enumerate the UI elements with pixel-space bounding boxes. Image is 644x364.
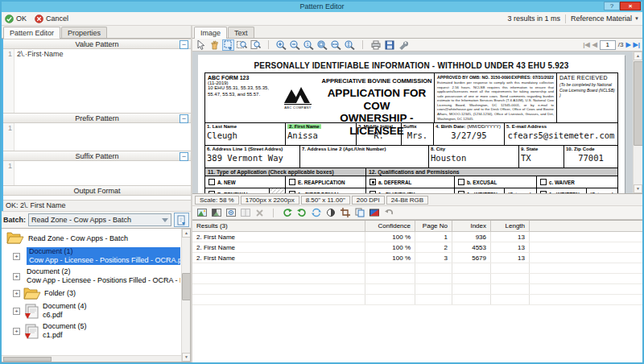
invert-button[interactable]	[324, 207, 336, 218]
scroll-up-icon[interactable]: ▲	[634, 52, 642, 60]
image-stamp-button[interactable]	[225, 207, 237, 218]
expand-icon[interactable]: +	[13, 253, 20, 260]
section11-title: 11. Type of Application (Check applicabl…	[205, 168, 366, 176]
col-results[interactable]: Results (3)	[192, 221, 365, 231]
scrollbar-thumb[interactable]	[634, 61, 642, 146]
tree-item-folder-3[interactable]: + Folder (3)	[13, 287, 180, 300]
tree-item-document-4[interactable]: + Document (4) c6.pdf	[13, 302, 180, 320]
col-confidence[interactable]: Confidence	[365, 221, 415, 231]
zoom-fit-button[interactable]	[316, 39, 328, 51]
image-original-button[interactable]	[196, 207, 208, 218]
col-index[interactable]: Index	[452, 221, 491, 231]
tree-item-document-5[interactable]: + Document (5) c1.pdf	[13, 322, 180, 340]
save-button[interactable]	[383, 39, 395, 51]
field-zip: 10. Zip Code 77001	[564, 146, 617, 168]
color-depth-button[interactable]	[368, 207, 380, 218]
scroll-down-icon[interactable]: ▼	[634, 184, 642, 193]
image-icon	[197, 208, 207, 217]
col-length[interactable]: Length	[491, 221, 530, 231]
dpi-indicator: 200 DPI	[352, 196, 385, 205]
scroll-down-icon[interactable]: ▼	[182, 353, 191, 362]
output-format-header: Output Format	[3, 185, 191, 196]
pan-tool-button[interactable]	[208, 39, 221, 51]
col-page[interactable]: Page No	[415, 221, 452, 231]
duplicate-button[interactable]	[353, 207, 365, 218]
zoom-width-icon	[331, 40, 341, 50]
print-button[interactable]	[369, 39, 382, 51]
undo-button[interactable]	[382, 207, 394, 218]
viewer-scrollbar[interactable]: ▲ ▼	[633, 52, 642, 193]
results-grid: Results (3) Confidence Page No Index Len…	[192, 220, 642, 362]
result-row[interactable]: 2. First Name 100 % 3 5679 13	[192, 253, 642, 263]
image-adjust-button[interactable]	[210, 207, 222, 218]
select-zone-tool-button[interactable]	[222, 39, 234, 51]
pointer-tool-button[interactable]	[195, 39, 207, 51]
result-row[interactable]: 2. First Name 100 % 2 4553 13	[192, 242, 642, 253]
result-row[interactable]: 2. First Name 100 % 1 936 13	[192, 232, 642, 242]
tree-root[interactable]: Read Zone - Cow Apps - Batch	[6, 232, 180, 244]
tab-image[interactable]: Image	[194, 27, 227, 39]
batch-row: Batch: Read Zone - Cow Apps - Batch	[2, 211, 191, 228]
suffix-pattern-editor[interactable]: 1	[3, 161, 191, 185]
document-page[interactable]: PERSONALLY IDENTIFIABLE INFORMATION - WI…	[198, 55, 625, 194]
rotate-cw-icon	[283, 208, 292, 217]
tree-item-file: Cow App - Licensee - Positions Filled - …	[27, 276, 180, 285]
expand-icon[interactable]: +	[13, 308, 20, 315]
tab-pattern-editor[interactable]: Pattern Editor	[3, 27, 60, 39]
reference-material-menu[interactable]: Reference Material ▼	[571, 14, 639, 23]
expand-icon[interactable]: +	[13, 273, 20, 280]
expand-icon[interactable]: +	[13, 290, 20, 297]
zoom-height-button[interactable]	[344, 39, 356, 51]
collapse-value-button[interactable]: −	[180, 40, 188, 49]
page-number-input[interactable]	[600, 40, 616, 50]
zoom-actual-button[interactable]: 1	[303, 39, 315, 51]
help-button[interactable]: ?	[604, 2, 620, 10]
collapse-prefix-button[interactable]: −	[180, 114, 188, 123]
first-page-button[interactable]: |◀	[583, 41, 589, 48]
value-pattern-editor[interactable]: 1 2\.·First·Name	[3, 49, 191, 113]
field-suffix: Suffix Mrs.	[402, 123, 434, 145]
prefix-pattern-editor[interactable]: 1	[3, 123, 191, 151]
rotate-180-button[interactable]	[310, 207, 322, 218]
scrollbar-thumb[interactable]	[182, 273, 191, 300]
zoom-selection-button[interactable]	[236, 39, 248, 51]
tree-scrollbar[interactable]: ▲ ▼	[181, 229, 190, 362]
value-pattern-text: 2\.·First·Name	[14, 49, 64, 113]
suffix-pattern-header: Suffix Pattern −	[3, 151, 191, 161]
expand-icon[interactable]: +	[13, 328, 20, 335]
empty-row	[192, 263, 642, 274]
collapse-suffix-button[interactable]: −	[180, 152, 188, 161]
rotate-ccw-button[interactable]	[295, 207, 308, 218]
previous-page-button[interactable]: ◀	[592, 41, 597, 48]
close-button[interactable]: ×	[620, 2, 641, 10]
rotate-cw-button[interactable]	[281, 207, 293, 218]
zoom-out-button[interactable]	[289, 39, 301, 51]
open-batch-button[interactable]	[174, 213, 189, 227]
tree-item-document-1[interactable]: + Document (1) Cow App - Licensee - Posi…	[13, 247, 180, 265]
tree-h-scrollbar[interactable]	[2, 355, 181, 362]
crop-button[interactable]	[339, 207, 351, 218]
field-email: 5. E-mail Address cfears5@sitemeter.com	[505, 123, 617, 145]
zoom-page-button[interactable]	[250, 39, 262, 51]
zoom-in-button[interactable]	[275, 39, 287, 51]
image-compare-icon	[241, 208, 250, 217]
tree-item-document-2[interactable]: + Document (2) Cow App - Licensee - Posi…	[13, 267, 180, 285]
ok-button[interactable]: OK	[5, 14, 27, 23]
image-viewer[interactable]: PERSONALLY IDENTIFIABLE INFORMATION - WI…	[192, 52, 642, 194]
zoom-width-button[interactable]	[330, 39, 342, 51]
cancel-button[interactable]: Cancel	[35, 14, 68, 23]
tab-properties[interactable]: Properties	[61, 27, 107, 38]
pan-hand-icon	[210, 40, 220, 50]
tab-text[interactable]: Text	[228, 27, 254, 38]
settings-button[interactable]	[397, 39, 409, 51]
scroll-up-icon[interactable]: ▲	[182, 229, 191, 238]
zoom-out-icon	[290, 40, 300, 50]
scrollbar-thumb[interactable]	[3, 357, 52, 362]
viewer-tabstrip: Image Text	[192, 26, 642, 39]
zoom-actual-icon: 1	[303, 40, 314, 50]
crop-icon	[341, 208, 350, 217]
batch-combobox[interactable]: Read Zone - Cow Apps - Batch	[28, 213, 171, 226]
last-page-button[interactable]: ▶|	[634, 41, 640, 48]
form-title-block: APPRECIATIVE BOVINE COMMISSION APPLICATI…	[320, 73, 434, 122]
next-page-button[interactable]: ▶	[625, 41, 630, 48]
